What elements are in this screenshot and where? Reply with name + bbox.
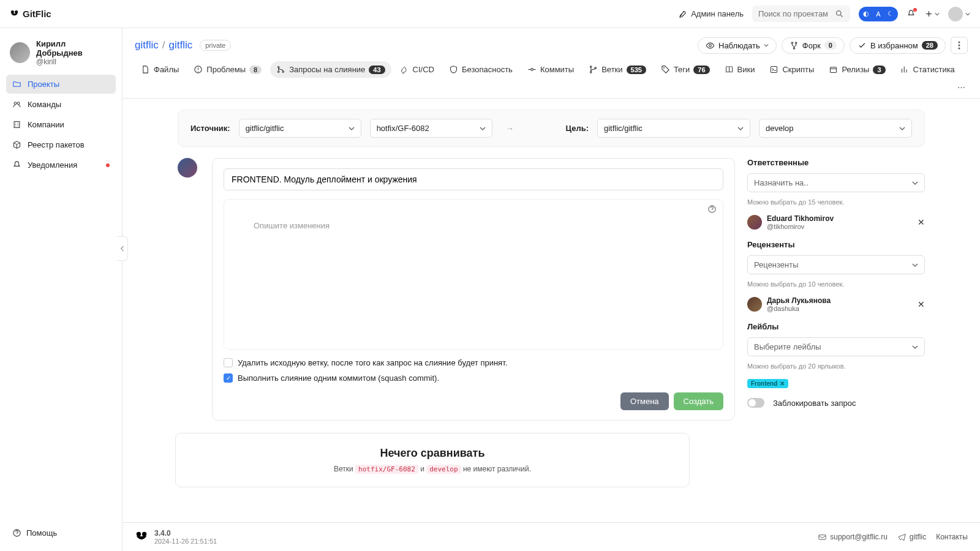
create-button[interactable]: Создать bbox=[674, 392, 723, 410]
sidebar-collapse[interactable] bbox=[117, 236, 128, 261]
tab-wiki[interactable]: Вики bbox=[718, 61, 761, 78]
search-input[interactable] bbox=[758, 9, 832, 18]
svg-point-9 bbox=[791, 42, 793, 43]
telegram-link[interactable]: gitflic bbox=[897, 533, 926, 542]
help-icon[interactable] bbox=[707, 204, 717, 214]
theme-switcher[interactable]: ◐ A ☾ bbox=[859, 7, 898, 21]
chart-icon bbox=[900, 65, 910, 74]
checkbox-checked-icon: ✓ bbox=[224, 373, 233, 383]
tab-stats[interactable]: Статистика bbox=[894, 61, 961, 78]
remove-assignee[interactable]: ✕ bbox=[918, 217, 925, 227]
tab-commits[interactable]: Коммиты bbox=[521, 61, 580, 78]
labels-title: Лейблы bbox=[747, 322, 925, 331]
contacts-link[interactable]: Контакты bbox=[936, 533, 968, 541]
mr-form: Удалить исходную ветку, после того как з… bbox=[212, 158, 735, 421]
search-icon bbox=[835, 9, 844, 18]
mr-title-input[interactable] bbox=[224, 168, 723, 190]
chevron-down-icon bbox=[737, 126, 744, 132]
visibility-badge: private bbox=[200, 40, 231, 51]
package-icon bbox=[12, 140, 21, 149]
users-icon bbox=[12, 100, 21, 109]
tab-issues[interactable]: Проблемы8 bbox=[187, 61, 268, 78]
theme-dark-icon[interactable]: ☾ bbox=[885, 9, 896, 20]
tab-security[interactable]: Безопасность bbox=[443, 61, 519, 78]
reviewers-select[interactable]: Рецензенты bbox=[747, 255, 925, 274]
avatar bbox=[948, 7, 963, 21]
tab-merge-requests[interactable]: Запросы на слияние43 bbox=[270, 61, 391, 78]
star-button[interactable]: В избранном 28 bbox=[850, 37, 946, 54]
more-menu[interactable] bbox=[951, 37, 968, 54]
search-box[interactable] bbox=[752, 6, 850, 22]
block-label: Заблокировать запрос bbox=[773, 399, 856, 408]
remove-reviewer[interactable]: ✕ bbox=[918, 299, 925, 309]
sidebar-item-companies[interactable]: Компании bbox=[6, 115, 116, 134]
tabs-more[interactable]: ⋯ bbox=[955, 80, 968, 94]
fork-button[interactable]: Форк 0 bbox=[782, 37, 845, 54]
tab-scripts[interactable]: Скрипты bbox=[763, 61, 820, 78]
description-box bbox=[224, 199, 723, 350]
theme-auto-icon[interactable]: ◐ bbox=[861, 9, 872, 20]
user-menu[interactable] bbox=[948, 7, 970, 21]
sidebar-item-label: Команды bbox=[28, 100, 61, 109]
support-link[interactable]: support@gitflic.ru bbox=[818, 533, 888, 542]
source-repo-select[interactable]: gitflic/gitflic bbox=[239, 119, 361, 138]
svg-point-2 bbox=[837, 11, 842, 16]
assignees-title: Ответственные bbox=[747, 158, 925, 167]
assignees-select[interactable]: Назначить на.. bbox=[747, 173, 925, 192]
chevron-down-icon bbox=[912, 180, 918, 186]
tab-cicd[interactable]: CI/CD bbox=[394, 61, 440, 78]
squash-checkbox[interactable]: ✓ Выполнить слияние одним коммитом (squa… bbox=[224, 373, 723, 383]
block-toggle[interactable] bbox=[747, 398, 764, 408]
tab-files[interactable]: Файлы bbox=[135, 61, 185, 78]
svg-point-11 bbox=[793, 47, 795, 49]
watch-button[interactable]: Наблюдать bbox=[698, 37, 777, 54]
top-actions: Админ панель ◐ A ☾ bbox=[678, 6, 970, 22]
close-icon[interactable]: ✕ bbox=[780, 380, 785, 387]
target-branch-select[interactable]: develop bbox=[759, 119, 912, 138]
svg-point-32 bbox=[137, 532, 141, 536]
user-block[interactable]: Кирилл Добрыднев @kirill bbox=[6, 37, 116, 75]
svg-point-21 bbox=[531, 69, 533, 71]
label-chip[interactable]: Frontend✕ bbox=[747, 379, 788, 388]
checkbox-icon bbox=[224, 358, 233, 367]
merge-icon bbox=[276, 65, 285, 74]
tab-releases[interactable]: Релизы3 bbox=[823, 61, 891, 78]
chevron-down-icon bbox=[764, 43, 769, 48]
create-menu[interactable] bbox=[924, 9, 940, 18]
help-link[interactable]: Помощь bbox=[6, 523, 116, 542]
avatar bbox=[747, 297, 762, 312]
chevron-down-icon bbox=[935, 12, 940, 17]
chevron-down-icon bbox=[480, 126, 486, 132]
tab-branches[interactable]: Ветки535 bbox=[582, 61, 652, 78]
empty-subtitle: Ветки hotfix/GF-6082 и develop не имеют … bbox=[189, 465, 676, 473]
source-branch-select[interactable]: hotfix/GF-6082 bbox=[370, 119, 492, 138]
delete-branch-checkbox[interactable]: Удалить исходную ветку, после того как з… bbox=[224, 358, 723, 367]
brand[interactable]: GitFlic bbox=[10, 9, 51, 19]
version: 3.4.0 bbox=[154, 529, 217, 538]
sidebar-item-teams[interactable]: Команды bbox=[6, 95, 116, 114]
cancel-button[interactable]: Отмена bbox=[620, 392, 669, 410]
labels-select[interactable]: Выберите лейблы bbox=[747, 337, 925, 356]
breadcrumb-repo[interactable]: gitflic bbox=[168, 39, 192, 51]
brand-text: GitFlic bbox=[23, 9, 51, 19]
target-repo-select[interactable]: gitflic/gitflic bbox=[597, 119, 750, 138]
notifications-button[interactable] bbox=[907, 9, 916, 18]
theme-light-icon[interactable]: A bbox=[873, 9, 884, 20]
logo-icon bbox=[10, 9, 19, 18]
target-label: Цель: bbox=[566, 124, 589, 133]
breadcrumb-owner[interactable]: gitflic bbox=[135, 39, 159, 51]
mr-description-input[interactable] bbox=[224, 219, 723, 347]
chevron-down-icon bbox=[349, 126, 355, 132]
svg-rect-29 bbox=[831, 67, 837, 73]
tab-tags[interactable]: Теги76 bbox=[655, 61, 716, 78]
sidebar-item-notifications[interactable]: Уведомления bbox=[6, 156, 116, 174]
sidebar-item-label: Уведомления bbox=[28, 160, 77, 170]
footer: 3.4.0 2024-11-26 21:51:51 support@gitfli… bbox=[123, 522, 980, 551]
author-avatar bbox=[178, 158, 197, 178]
sidebar-item-projects[interactable]: Проекты bbox=[6, 75, 116, 94]
sidebar-item-packages[interactable]: Реестр пакетов bbox=[6, 135, 116, 154]
reviewers-title: Рецензенты bbox=[747, 240, 925, 249]
admin-panel-link[interactable]: Админ панель bbox=[678, 9, 744, 18]
reviewers-hint: Можно выбрать до 10 человек. bbox=[747, 280, 925, 288]
sidebar-item-label: Компании bbox=[28, 120, 64, 129]
